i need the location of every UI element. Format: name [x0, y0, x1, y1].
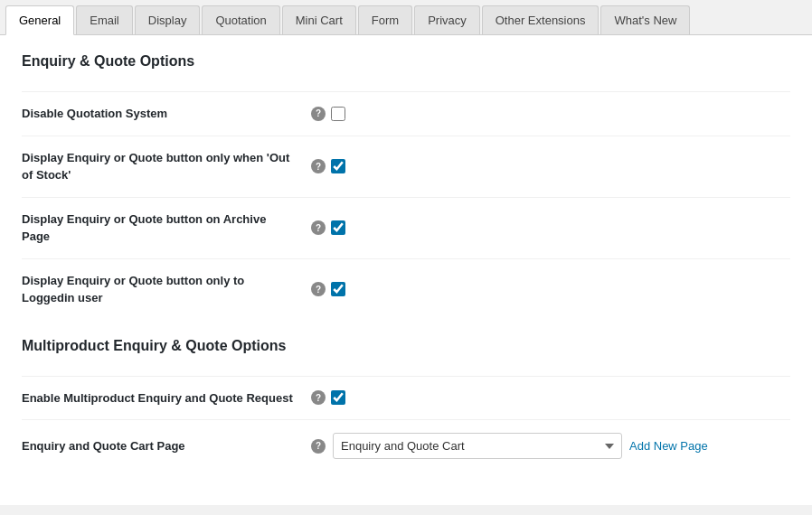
option-label-cart-page: Enquiry and Quote Cart Page — [22, 439, 311, 453]
tab-mini-cart[interactable]: Mini Cart — [282, 5, 356, 34]
option-label-multiproduct: Enable Multiproduct Enquiry and Quote Re… — [22, 389, 311, 407]
content-area: Enquiry & Quote Options Disable Quotatio… — [0, 35, 812, 505]
option-row-cart-page: Enquiry and Quote Cart Page ? Enquiry an… — [22, 419, 790, 472]
checkbox-wrap-archive — [331, 220, 345, 235]
option-row-disable-quotation: Disable Quotation System ? — [22, 91, 790, 136]
tab-display[interactable]: Display — [135, 5, 201, 34]
select-wrap-cart-page: ? Enquiry and Quote Cart Add New Page — [311, 433, 708, 459]
option-label-loggedin: Display Enquiry or Quote button only to … — [22, 272, 311, 307]
checkbox-multiproduct[interactable] — [331, 390, 345, 405]
checkbox-disable-quotation[interactable] — [331, 107, 345, 121]
option-control-archive: ? — [311, 220, 345, 235]
help-icon-disable-quotation[interactable]: ? — [311, 107, 326, 121]
option-row-multiproduct: Enable Multiproduct Enquiry and Quote Re… — [22, 376, 790, 420]
checkbox-wrap-multiproduct — [331, 390, 345, 405]
checkbox-wrap-out-of-stock — [331, 159, 345, 173]
tab-email[interactable]: Email — [76, 5, 133, 34]
checkbox-wrap-loggedin — [331, 282, 345, 296]
help-icon-archive[interactable]: ? — [311, 220, 326, 235]
section1-title: Enquiry & Quote Options — [22, 53, 790, 77]
help-icon-out-of-stock[interactable]: ? — [311, 159, 326, 173]
option-label-disable-quotation: Disable Quotation System — [22, 105, 311, 123]
option-label-archive: Display Enquiry or Quote button on Archi… — [22, 211, 311, 246]
tab-privacy[interactable]: Privacy — [414, 5, 480, 34]
help-icon-loggedin[interactable]: ? — [311, 282, 326, 296]
cart-page-select[interactable]: Enquiry and Quote Cart — [333, 433, 622, 459]
option-control-loggedin: ? — [311, 282, 345, 296]
tab-quotation[interactable]: Quotation — [202, 5, 279, 34]
add-new-page-link[interactable]: Add New Page — [629, 439, 708, 453]
checkbox-loggedin[interactable] — [331, 282, 345, 296]
option-control-disable-quotation: ? — [311, 107, 345, 121]
option-control-out-of-stock: ? — [311, 159, 345, 173]
tab-form[interactable]: Form — [358, 5, 412, 34]
option-row-archive: Display Enquiry or Quote button on Archi… — [22, 197, 790, 258]
option-control-multiproduct: ? — [311, 390, 345, 405]
checkbox-out-of-stock[interactable] — [331, 159, 345, 173]
tab-whats-new[interactable]: What's New — [600, 5, 690, 34]
checkbox-wrap-disable-quotation — [331, 107, 345, 121]
option-label-out-of-stock: Display Enquiry or Quote button only whe… — [22, 149, 311, 184]
option-row-out-of-stock: Display Enquiry or Quote button only whe… — [22, 136, 790, 197]
tab-other-extensions[interactable]: Other Extensions — [482, 5, 600, 34]
tab-general[interactable]: General — [5, 5, 74, 35]
checkbox-archive[interactable] — [331, 220, 345, 235]
tab-bar: General Email Display Quotation Mini Car… — [0, 0, 812, 35]
option-row-loggedin: Display Enquiry or Quote button only to … — [22, 258, 790, 320]
section2-title: Multiproduct Enquiry & Quote Options — [22, 338, 790, 361]
help-icon-multiproduct[interactable]: ? — [311, 390, 326, 405]
help-icon-cart-page[interactable]: ? — [311, 439, 326, 454]
